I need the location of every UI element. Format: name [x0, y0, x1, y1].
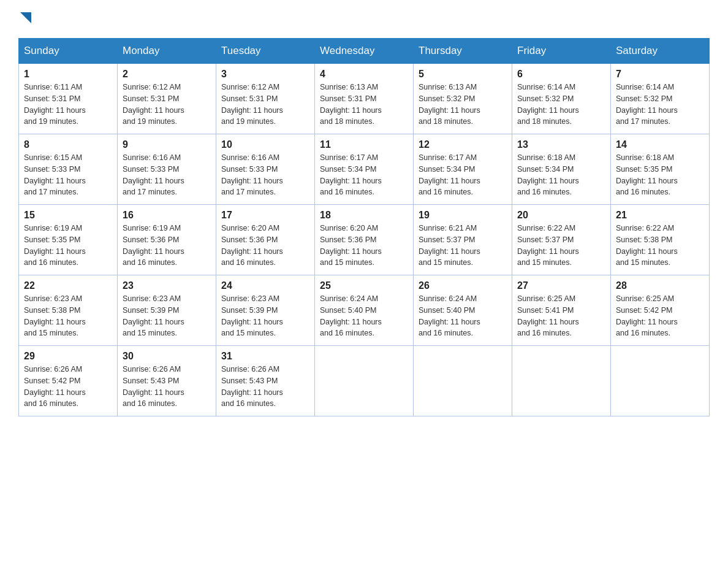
- day-number: 12: [419, 139, 507, 150]
- day-info: Sunrise: 6:23 AMSunset: 5:38 PMDaylight:…: [24, 294, 86, 337]
- calendar-cell: 23 Sunrise: 6:23 AMSunset: 5:39 PMDaylig…: [118, 275, 216, 346]
- day-info: Sunrise: 6:25 AMSunset: 5:41 PMDaylight:…: [517, 294, 579, 337]
- day-number: 23: [123, 280, 211, 291]
- day-info: Sunrise: 6:14 AMSunset: 5:32 PMDaylight:…: [616, 83, 678, 126]
- day-info: Sunrise: 6:20 AMSunset: 5:36 PMDaylight:…: [221, 224, 283, 267]
- day-info: Sunrise: 6:13 AMSunset: 5:31 PMDaylight:…: [320, 83, 382, 126]
- day-number: 27: [517, 280, 605, 291]
- day-info: Sunrise: 6:11 AMSunset: 5:31 PMDaylight:…: [24, 83, 86, 126]
- weekday-header-monday: Monday: [118, 39, 216, 64]
- calendar-cell: 20 Sunrise: 6:22 AMSunset: 5:37 PMDaylig…: [512, 205, 611, 275]
- calendar-cell: 6 Sunrise: 6:14 AMSunset: 5:32 PMDayligh…: [512, 64, 611, 134]
- day-info: Sunrise: 6:19 AMSunset: 5:35 PMDaylight:…: [24, 224, 86, 267]
- day-number: 5: [419, 69, 507, 80]
- day-number: 2: [123, 69, 211, 80]
- calendar-cell: 5 Sunrise: 6:13 AMSunset: 5:32 PMDayligh…: [414, 64, 512, 134]
- calendar-header-row: SundayMondayTuesdayWednesdayThursdayFrid…: [19, 39, 710, 64]
- day-info: Sunrise: 6:17 AMSunset: 5:34 PMDaylight:…: [320, 153, 382, 196]
- calendar-cell: 28 Sunrise: 6:25 AMSunset: 5:42 PMDaylig…: [611, 275, 710, 346]
- day-info: Sunrise: 6:18 AMSunset: 5:35 PMDaylight:…: [616, 153, 678, 196]
- day-number: 8: [24, 139, 112, 150]
- day-number: 10: [221, 139, 309, 150]
- day-number: 30: [123, 351, 211, 362]
- day-info: Sunrise: 6:15 AMSunset: 5:33 PMDaylight:…: [24, 153, 86, 196]
- logo-arrow-icon: [20, 12, 31, 26]
- calendar-cell: [315, 346, 414, 416]
- calendar-cell: 19 Sunrise: 6:21 AMSunset: 5:37 PMDaylig…: [414, 205, 512, 275]
- day-info: Sunrise: 6:12 AMSunset: 5:31 PMDaylight:…: [221, 83, 283, 126]
- calendar-cell: 27 Sunrise: 6:25 AMSunset: 5:41 PMDaylig…: [512, 275, 611, 346]
- calendar-cell: 21 Sunrise: 6:22 AMSunset: 5:38 PMDaylig…: [611, 205, 710, 275]
- calendar-week-row: 15 Sunrise: 6:19 AMSunset: 5:35 PMDaylig…: [19, 205, 710, 275]
- weekday-header-friday: Friday: [512, 39, 611, 64]
- calendar-cell: 4 Sunrise: 6:13 AMSunset: 5:31 PMDayligh…: [315, 64, 414, 134]
- day-number: 1: [24, 69, 112, 80]
- day-number: 7: [616, 69, 704, 80]
- day-number: 25: [320, 280, 408, 291]
- day-number: 20: [517, 210, 605, 221]
- day-number: 29: [24, 351, 112, 362]
- calendar-cell: 8 Sunrise: 6:15 AMSunset: 5:33 PMDayligh…: [19, 134, 118, 205]
- day-number: 26: [419, 280, 507, 291]
- calendar-cell: 22 Sunrise: 6:23 AMSunset: 5:38 PMDaylig…: [19, 275, 118, 346]
- day-number: 17: [221, 210, 309, 221]
- calendar-cell: 13 Sunrise: 6:18 AMSunset: 5:34 PMDaylig…: [512, 134, 611, 205]
- day-info: Sunrise: 6:13 AMSunset: 5:32 PMDaylight:…: [419, 83, 480, 126]
- calendar-cell: 17 Sunrise: 6:20 AMSunset: 5:36 PMDaylig…: [216, 205, 315, 275]
- page-header: [18, 12, 710, 26]
- day-number: 3: [221, 69, 309, 80]
- calendar-week-row: 1 Sunrise: 6:11 AMSunset: 5:31 PMDayligh…: [19, 64, 710, 134]
- logo: [18, 12, 38, 26]
- weekday-header-tuesday: Tuesday: [216, 39, 315, 64]
- day-info: Sunrise: 6:16 AMSunset: 5:33 PMDaylight:…: [221, 153, 283, 196]
- svg-marker-0: [20, 12, 31, 23]
- weekday-header-saturday: Saturday: [611, 39, 710, 64]
- day-info: Sunrise: 6:23 AMSunset: 5:39 PMDaylight:…: [123, 294, 184, 337]
- calendar-week-row: 8 Sunrise: 6:15 AMSunset: 5:33 PMDayligh…: [19, 134, 710, 205]
- day-number: 13: [517, 139, 605, 150]
- weekday-header-thursday: Thursday: [414, 39, 512, 64]
- calendar-cell: 7 Sunrise: 6:14 AMSunset: 5:32 PMDayligh…: [611, 64, 710, 134]
- day-number: 4: [320, 69, 408, 80]
- day-number: 18: [320, 210, 408, 221]
- day-info: Sunrise: 6:21 AMSunset: 5:37 PMDaylight:…: [419, 224, 480, 267]
- day-info: Sunrise: 6:25 AMSunset: 5:42 PMDaylight:…: [616, 294, 678, 337]
- day-number: 31: [221, 351, 309, 362]
- day-number: 15: [24, 210, 112, 221]
- day-info: Sunrise: 6:24 AMSunset: 5:40 PMDaylight:…: [419, 294, 480, 337]
- day-number: 14: [616, 139, 704, 150]
- calendar-cell: 14 Sunrise: 6:18 AMSunset: 5:35 PMDaylig…: [611, 134, 710, 205]
- calendar-cell: 18 Sunrise: 6:20 AMSunset: 5:36 PMDaylig…: [315, 205, 414, 275]
- day-number: 22: [24, 280, 112, 291]
- day-info: Sunrise: 6:26 AMSunset: 5:42 PMDaylight:…: [24, 365, 86, 408]
- day-info: Sunrise: 6:18 AMSunset: 5:34 PMDaylight:…: [517, 153, 579, 196]
- calendar-cell: 24 Sunrise: 6:23 AMSunset: 5:39 PMDaylig…: [216, 275, 315, 346]
- calendar-cell: 12 Sunrise: 6:17 AMSunset: 5:34 PMDaylig…: [414, 134, 512, 205]
- day-info: Sunrise: 6:20 AMSunset: 5:36 PMDaylight:…: [320, 224, 382, 267]
- day-info: Sunrise: 6:26 AMSunset: 5:43 PMDaylight:…: [123, 365, 184, 408]
- day-info: Sunrise: 6:16 AMSunset: 5:33 PMDaylight:…: [123, 153, 184, 196]
- day-info: Sunrise: 6:17 AMSunset: 5:34 PMDaylight:…: [419, 153, 480, 196]
- day-info: Sunrise: 6:22 AMSunset: 5:37 PMDaylight:…: [517, 224, 579, 267]
- day-number: 9: [123, 139, 211, 150]
- calendar-cell: 29 Sunrise: 6:26 AMSunset: 5:42 PMDaylig…: [19, 346, 118, 416]
- calendar-cell: 16 Sunrise: 6:19 AMSunset: 5:36 PMDaylig…: [118, 205, 216, 275]
- calendar-cell: 11 Sunrise: 6:17 AMSunset: 5:34 PMDaylig…: [315, 134, 414, 205]
- calendar-cell: 2 Sunrise: 6:12 AMSunset: 5:31 PMDayligh…: [118, 64, 216, 134]
- day-number: 19: [419, 210, 507, 221]
- calendar-cell: 30 Sunrise: 6:26 AMSunset: 5:43 PMDaylig…: [118, 346, 216, 416]
- day-number: 24: [221, 280, 309, 291]
- calendar-cell: 26 Sunrise: 6:24 AMSunset: 5:40 PMDaylig…: [414, 275, 512, 346]
- day-info: Sunrise: 6:23 AMSunset: 5:39 PMDaylight:…: [221, 294, 283, 337]
- day-info: Sunrise: 6:22 AMSunset: 5:38 PMDaylight:…: [616, 224, 678, 267]
- calendar-week-row: 29 Sunrise: 6:26 AMSunset: 5:42 PMDaylig…: [19, 346, 710, 416]
- weekday-header-wednesday: Wednesday: [315, 39, 414, 64]
- calendar-week-row: 22 Sunrise: 6:23 AMSunset: 5:38 PMDaylig…: [19, 275, 710, 346]
- calendar-cell: [512, 346, 611, 416]
- calendar-cell: [611, 346, 710, 416]
- weekday-header-sunday: Sunday: [19, 39, 118, 64]
- calendar-cell: 9 Sunrise: 6:16 AMSunset: 5:33 PMDayligh…: [118, 134, 216, 205]
- calendar-cell: 31 Sunrise: 6:26 AMSunset: 5:43 PMDaylig…: [216, 346, 315, 416]
- calendar-cell: 3 Sunrise: 6:12 AMSunset: 5:31 PMDayligh…: [216, 64, 315, 134]
- day-info: Sunrise: 6:19 AMSunset: 5:36 PMDaylight:…: [123, 224, 184, 267]
